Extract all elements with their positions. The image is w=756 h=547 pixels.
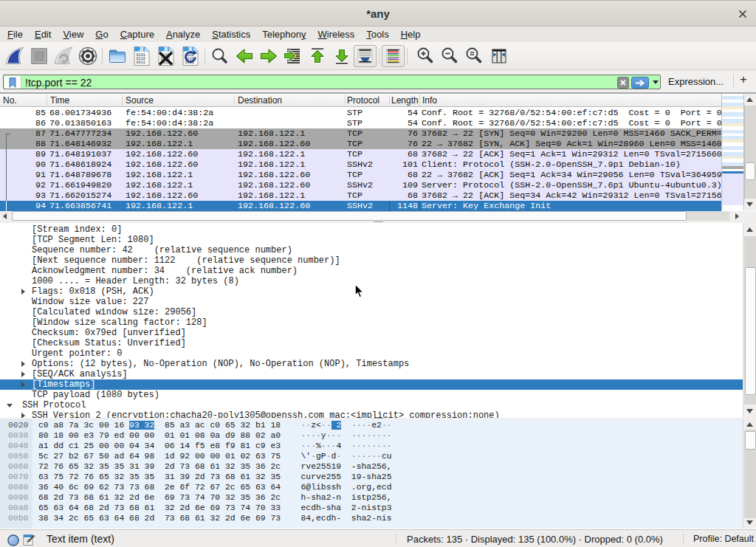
svg-text:0011: 0011 bbox=[136, 61, 145, 65]
